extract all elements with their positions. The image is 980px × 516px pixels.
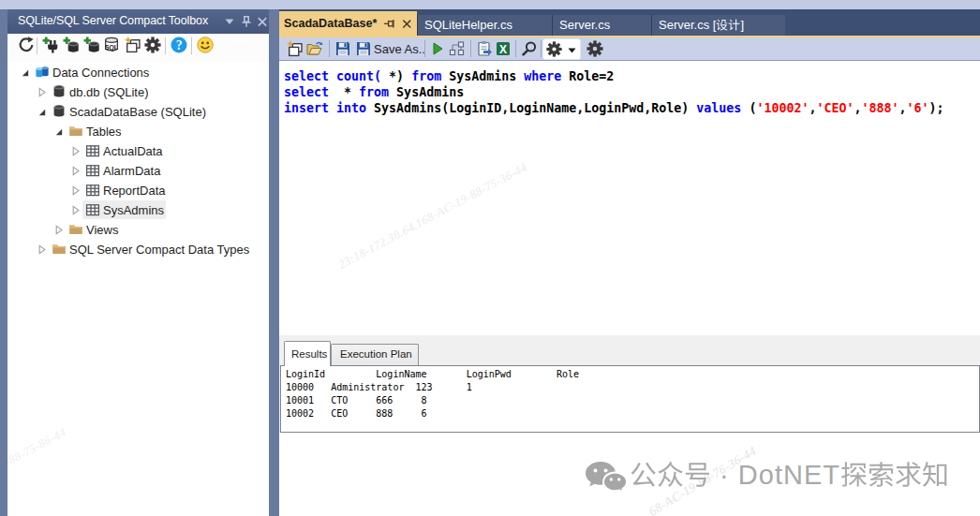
parse-script-icon[interactable] <box>476 40 493 57</box>
folder-icon <box>52 242 67 257</box>
sql-code-line-3: insert into SysAdmins(LoginID,LoginName,… <box>284 100 944 116</box>
document-tab-well: ScadaDataBase* SQLiteHelper.cs Server.cs… <box>279 9 980 36</box>
sql-editor-l3-k3: values <box>696 101 741 115</box>
results-textbox[interactable]: LoginId LoginName LoginPwd Role 10000 Ad… <box>280 365 980 433</box>
expander-collapsed-icon[interactable] <box>52 224 65 236</box>
tree-item-scadadatabase-sqlite[interactable]: ScadaDataBase (SQLite) <box>7 102 269 122</box>
tab-server-cs[interactable]: Server.cs <box>552 15 651 36</box>
svg-text:X: X <box>499 43 507 56</box>
expander-collapsed-icon[interactable] <box>69 184 82 197</box>
expander-expanded-icon[interactable] <box>36 106 48 118</box>
toolbar-separator <box>165 37 166 54</box>
window-position-chevron-icon[interactable] <box>223 15 236 28</box>
gear-icon <box>546 41 562 57</box>
tab-sqlitehelper[interactable]: SQLiteHelper.cs <box>417 15 552 36</box>
options-gear-dropdown-icon[interactable] <box>542 38 581 60</box>
expander-collapsed-icon[interactable] <box>69 165 82 177</box>
save-as-label[interactable]: Save As.. <box>374 42 425 56</box>
sql-editor-l1-p2: *) <box>381 69 411 83</box>
execute-icon[interactable] <box>429 40 446 57</box>
document-tabs-3-label: Server.cs [] <box>659 18 744 32</box>
sql-editor-l3-s3: '888' <box>862 101 899 115</box>
svg-text:SQL: SQL <box>105 44 118 52</box>
sql-editor-l2-k1: select <box>284 85 329 99</box>
execution-plan-icon[interactable] <box>449 40 466 57</box>
toolbox-panel-tree-items-2-label: ScadaDataBase (SQLite) <box>69 105 206 119</box>
tree-item-db-db-sqlite[interactable]: db.db (SQLite) <box>7 82 269 102</box>
new-query-window-icon[interactable] <box>286 40 303 57</box>
toolbox-titlebar[interactable]: SQLite/SQL Server Compact Toolbox <box>7 9 269 34</box>
table-icon <box>85 202 100 217</box>
folder-icon <box>68 222 83 237</box>
tree-item-views[interactable]: Views <box>7 220 269 240</box>
toolbox-panel-tree-items-3-label: Tables <box>86 125 122 139</box>
pin-icon[interactable] <box>240 15 253 28</box>
toolbar-separator <box>424 40 425 57</box>
data-connections-icon <box>35 65 50 80</box>
tree-item-sysadmins[interactable]: SysAdmins <box>7 200 269 220</box>
wechat-icon <box>585 461 628 496</box>
refresh-icon[interactable] <box>18 37 35 53</box>
save-icon[interactable] <box>334 40 351 57</box>
tree-item-reportdata[interactable]: ReportData <box>7 181 269 200</box>
sql-editor[interactable]: select count( *) from SysAdmins where Ro… <box>279 61 980 335</box>
toolbox-panel-tree-items-5-label: AlarmData <box>103 164 160 178</box>
toolbar-separator <box>191 37 192 54</box>
toolbox-title: SQLite/SQL Server Compact Toolbox <box>18 14 208 27</box>
sql-editor-l3-k2: into <box>336 101 366 115</box>
sql-editor-l1-p3: SysAdmins <box>441 69 524 83</box>
sql-editor-l1-p4: Role=2 <box>561 69 614 83</box>
close-icon[interactable] <box>256 15 269 28</box>
tab-results[interactable]: Results <box>284 341 331 366</box>
tree-item-tables[interactable]: Tables <box>7 122 269 141</box>
add-database-file-icon[interactable] <box>83 37 100 53</box>
database-icon <box>52 84 67 99</box>
toolbox-panel-tree-items-1-label: db.db (SQLite) <box>69 85 149 99</box>
tab-scadadatabase[interactable]: ScadaDataBase* <box>279 11 417 36</box>
tree-item-alarmdata[interactable]: AlarmData <box>7 161 269 181</box>
settings-gear-icon[interactable] <box>587 40 603 57</box>
tree-item-actualdata[interactable]: ActualData <box>7 141 269 161</box>
feedback-smiley-icon[interactable] <box>197 37 214 53</box>
toolbox-panel-tree-items-0-label: Data Connections <box>52 66 149 80</box>
expander-expanded-icon[interactable] <box>52 125 65 138</box>
expander-collapsed-icon[interactable] <box>69 204 82 216</box>
window-left-edge <box>0 9 7 516</box>
sql-editor-l3-k1: insert <box>284 101 329 115</box>
folder-icon <box>68 124 83 139</box>
sql-code-line-2: select * from SysAdmins <box>284 84 944 100</box>
tab-server-cs-design[interactable]: Server.cs [] <box>651 15 785 36</box>
settings-gear-icon[interactable] <box>144 37 161 53</box>
search-icon[interactable] <box>521 40 538 57</box>
new-query-window-icon[interactable] <box>124 37 141 53</box>
expander-collapsed-icon[interactable] <box>69 145 82 157</box>
document-tabs-0-label: ScadaDataBase* <box>284 17 377 30</box>
sql-editor-l3-s2: 'CEO' <box>816 101 854 115</box>
open-file-icon[interactable] <box>306 40 323 57</box>
add-database-icon[interactable] <box>63 37 80 53</box>
caret-down-icon <box>568 48 576 53</box>
export-excel-icon[interactable]: X <box>495 40 512 57</box>
close-icon[interactable] <box>401 18 413 30</box>
toolbox-panel-tree-items-7-label: SysAdmins <box>103 203 164 217</box>
window-top-strip <box>0 0 980 9</box>
toolbox-panel-tree-items-6-label: ReportData <box>103 184 165 198</box>
tab-execution-plan[interactable]: Execution Plan <box>331 344 419 366</box>
tree-item-data-connections[interactable]: Data Connections <box>7 63 269 82</box>
expander-expanded-icon[interactable] <box>19 66 31 79</box>
add-connection-icon[interactable] <box>42 37 59 53</box>
help-icon[interactable]: ? <box>171 37 187 53</box>
sqlce-database-icon[interactable]: SQL <box>103 37 120 53</box>
pin-icon[interactable] <box>383 18 395 30</box>
sql-editor-l1-k1: select <box>284 69 329 83</box>
panel-splitter[interactable] <box>269 9 279 516</box>
sql-editor-l3-p6: , <box>899 101 907 115</box>
expander-collapsed-icon[interactable] <box>36 86 48 98</box>
document-tabs-2-label: Server.cs <box>559 18 610 32</box>
expander-collapsed-icon[interactable] <box>36 243 48 256</box>
sql-editor-l3-s1: '10002' <box>756 101 809 115</box>
sql-editor-l1-k2: count( <box>336 69 381 83</box>
save-as-icon[interactable] <box>355 40 372 57</box>
document-tabs-1-label: SQLiteHelper.cs <box>424 18 512 32</box>
tree-item-sql-server-compact-data-types[interactable]: SQL Server Compact Data Types <box>7 240 269 259</box>
